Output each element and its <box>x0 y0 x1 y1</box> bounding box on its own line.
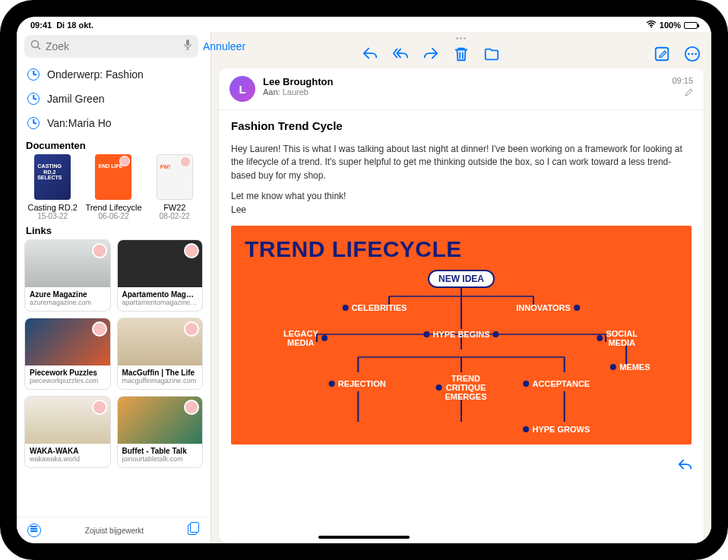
svg-line-2 <box>38 47 41 50</box>
filter-icon[interactable] <box>27 524 41 537</box>
flow-node: MEMES <box>610 362 650 372</box>
move-folder-icon[interactable] <box>483 46 500 62</box>
reply-footer-icon[interactable] <box>676 457 693 473</box>
link-card[interactable]: Azure Magazine azuremagazine.com <box>24 239 111 312</box>
documents-header: Documenten <box>17 135 210 154</box>
link-url: joinourtabletalk.com <box>122 455 198 463</box>
link-url: wakawaka.world <box>30 455 106 463</box>
attachment-trend-lifecycle[interactable]: TREND LIFECYCLE <box>231 226 692 445</box>
svg-point-0 <box>650 27 652 28</box>
flow-node: HYPE GROWS <box>523 425 590 434</box>
contact-avatar <box>92 243 107 258</box>
search-sidebar: Annuleer Onderwerp: Fashion Jamil Green … <box>17 32 211 543</box>
drag-handle[interactable]: ••• <box>454 32 469 44</box>
contact-avatar <box>92 321 107 337</box>
flow-node: ACCEPTANCE <box>524 379 590 388</box>
contact-avatar <box>184 321 199 337</box>
link-title: Azure Magazine <box>30 290 106 299</box>
mail-body-text: Hey Lauren! This is what I was talking a… <box>231 143 692 217</box>
sender-name[interactable]: Lee Broughton <box>263 76 664 87</box>
compose-icon[interactable] <box>188 524 200 536</box>
flow-pill-new-idea: NEW IDEA <box>428 270 495 288</box>
document-card[interactable]: END LIFE Trend Lifecycle 06-06-22 <box>85 154 141 220</box>
trash-icon[interactable] <box>453 46 470 62</box>
document-card[interactable]: FW! FW22 08-02-22 <box>147 154 203 220</box>
updated-label: Zojuist bijgewerkt <box>85 527 144 535</box>
mail-message: L Lee Broughton Aan: Laureb 09:15 <box>219 68 704 543</box>
flow-node: CELEBRITIES <box>343 303 407 312</box>
mail-pane: ••• L Lee Broughton <box>211 32 711 543</box>
flow-node: TREND CRITIQUE EMERGES <box>435 374 486 401</box>
status-time: 09:41 <box>30 21 52 30</box>
contact-avatar <box>184 400 199 415</box>
attachment-title: TREND LIFECYCLE <box>245 236 678 262</box>
mail-time: 09:15 <box>672 76 693 85</box>
to-line[interactable]: Aan: Laureb <box>263 87 664 96</box>
search-field[interactable] <box>24 35 198 58</box>
home-indicator[interactable] <box>318 536 410 539</box>
flow-node: LEGACY MEDIA <box>283 329 328 347</box>
link-url: azuremagazine.com <box>30 299 106 306</box>
svg-point-1 <box>32 41 39 48</box>
mic-icon[interactable] <box>183 39 192 54</box>
battery-percent: 100% <box>660 21 681 30</box>
recent-icon <box>27 117 40 129</box>
link-title: Piecework Puzzles <box>30 369 106 377</box>
link-card[interactable]: Piecework Puzzles pieceworkpuzzles.com <box>24 318 111 390</box>
flow-node: HYPE BEGINS <box>423 330 499 339</box>
svg-rect-3 <box>186 40 189 46</box>
links-header: Links <box>17 220 210 239</box>
sender-avatar[interactable]: L <box>229 76 255 102</box>
search-icon <box>30 40 41 53</box>
search-cancel[interactable]: Annuleer <box>203 40 245 52</box>
svg-point-6 <box>688 53 690 55</box>
mail-toolbar <box>211 44 711 67</box>
search-input[interactable] <box>46 40 179 52</box>
link-title: Buffet - Table Talk <box>122 447 198 455</box>
flow-node: REJECTION <box>329 379 386 388</box>
recent-icon <box>27 68 40 81</box>
recent-search-0[interactable]: Onderwerp: Fashion <box>17 62 210 87</box>
reply-icon[interactable] <box>362 46 378 62</box>
link-title: MacGuffin | The Life <box>122 369 198 377</box>
link-card[interactable]: Buffet - Table Talk joinourtabletalk.com <box>117 396 204 468</box>
compose-icon[interactable] <box>654 46 670 62</box>
link-url: pieceworkpuzzles.com <box>30 377 106 384</box>
svg-point-8 <box>695 53 697 55</box>
edit-draft-icon[interactable] <box>672 88 693 100</box>
battery-icon <box>684 22 698 29</box>
link-url: macguffinmagazine.com <box>122 377 198 384</box>
forward-icon[interactable] <box>423 46 439 62</box>
svg-point-7 <box>692 53 694 55</box>
recent-search-1[interactable]: Jamil Green <box>17 87 210 111</box>
link-card[interactable]: MacGuffin | The Life macguffinmagazine.c… <box>117 318 204 390</box>
contact-avatar <box>184 243 199 258</box>
flow-node: INNOVATORS <box>516 303 580 312</box>
link-url: apartamentomagazine.c… <box>122 299 198 306</box>
status-date: Di 18 okt. <box>56 21 93 30</box>
link-card[interactable]: WAKA-WAKA wakawaka.world <box>24 396 111 468</box>
recent-search-2[interactable]: Van:Maria Ho <box>17 111 210 135</box>
recent-icon <box>27 93 40 105</box>
link-title: WAKA-WAKA <box>30 447 106 455</box>
reply-all-icon[interactable] <box>392 46 409 62</box>
more-icon[interactable] <box>684 46 701 62</box>
mail-subject: Fashion Trend Cycle <box>231 119 692 132</box>
link-title: Apartamento Magazine <box>122 290 198 299</box>
contact-avatar <box>92 400 107 415</box>
flow-node: SOCIAL MEDIA <box>597 329 638 347</box>
wifi-icon <box>646 21 657 30</box>
link-card[interactable]: Apartamento Magazine apartamentomagazine… <box>117 239 204 312</box>
document-card[interactable]: CASTING RD.2 SELECTS Casting RD.2 15-03-… <box>24 154 81 220</box>
status-bar: 09:41 Di 18 okt. 100% <box>17 17 711 32</box>
